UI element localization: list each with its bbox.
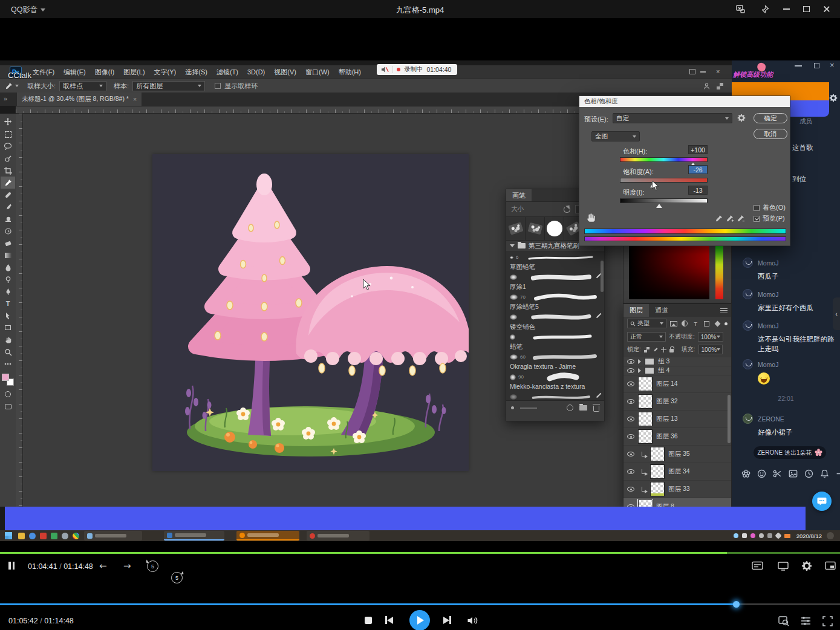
delete-brush-icon[interactable] [593, 406, 599, 412]
ps-close-icon[interactable]: × [716, 68, 720, 75]
bell-icon[interactable] [820, 469, 829, 478]
menu-3d[interactable]: 3D(D) [247, 68, 265, 76]
seek-forward-arrow-button[interactable]: → [123, 560, 131, 571]
progress-bar-knob[interactable] [733, 601, 740, 608]
tool-lasso[interactable] [1, 140, 15, 152]
forward-5s-button[interactable]: 5 [171, 572, 183, 583]
sample-dropdown[interactable]: 所有图层 [132, 81, 205, 91]
brush-reset-icon[interactable] [564, 206, 570, 213]
volume-button[interactable] [467, 615, 479, 626]
lock-position-icon[interactable] [661, 347, 666, 352]
tool-hand[interactable] [1, 334, 15, 346]
menu-help[interactable]: 帮助(H) [339, 68, 361, 77]
taskbar-cctalk-button[interactable] [236, 531, 299, 541]
workspace-icon[interactable] [717, 83, 723, 89]
tool-gradient[interactable] [1, 249, 15, 261]
panel-collapse-icon[interactable]: » [4, 95, 7, 102]
eye-icon[interactable] [627, 382, 634, 386]
layer-row-clipped[interactable]: 图层 34 [623, 463, 731, 481]
stop-button[interactable] [365, 617, 372, 624]
toolbox-ellipsis-icon[interactable] [1, 358, 15, 370]
seek-back-arrow-button[interactable]: ← [99, 560, 107, 571]
screen-mode-button[interactable] [778, 561, 789, 571]
color-swatches[interactable] [2, 374, 14, 386]
colorize-checkbox[interactable] [754, 205, 760, 211]
preview-checkbox[interactable] [754, 216, 760, 222]
preview-option[interactable]: 预览(P) [754, 214, 785, 223]
ok-button[interactable]: 确定 [754, 113, 787, 123]
share-icon[interactable] [703, 82, 711, 90]
pin-button[interactable] [759, 4, 770, 15]
sample-size-dropdown[interactable]: 取样点 [59, 81, 106, 91]
scissors-icon[interactable] [773, 469, 782, 478]
dialog-title[interactable]: 色相/饱和度 [579, 96, 790, 107]
create-brush-icon[interactable] [567, 404, 573, 411]
notification-icon[interactable] [827, 532, 834, 539]
layer-row-clipped[interactable]: 图层 35 [623, 446, 731, 463]
cctalk-gear-icon[interactable] [829, 94, 838, 102]
cctalk-maximize-icon[interactable] [814, 63, 819, 68]
cctalk-close-icon[interactable]: × [830, 60, 835, 70]
taskbar-window-button[interactable] [164, 531, 224, 541]
brush-slider[interactable] [520, 408, 537, 409]
taskbar-window-button[interactable] [307, 531, 370, 541]
lightness-slider-thumb[interactable] [656, 204, 662, 208]
menu-window[interactable]: 窗口(W) [305, 68, 330, 77]
color-hue-strip[interactable] [715, 246, 723, 299]
eyedropper-icon[interactable] [715, 215, 723, 222]
opacity-dropdown[interactable]: 100% [698, 332, 723, 342]
tool-clone-stamp[interactable] [1, 213, 15, 225]
new-group-icon[interactable] [579, 405, 587, 411]
tool-marquee[interactable] [1, 128, 15, 140]
eyedropper-tool-icon[interactable] [5, 82, 13, 90]
foreground-color-swatch[interactable] [2, 374, 9, 381]
layer-filter-dropdown[interactable]: 类型 [627, 319, 666, 328]
menu-type[interactable]: 文字(Y) [154, 68, 177, 77]
taskbar-app-icon[interactable] [40, 533, 47, 539]
screenshot-search-button[interactable] [778, 615, 789, 626]
hue-value[interactable]: +100 [688, 145, 708, 154]
lock-paint-icon[interactable] [653, 347, 658, 352]
eye-icon[interactable] [627, 368, 634, 373]
eye-icon[interactable] [627, 469, 634, 474]
minimize-button[interactable] [781, 4, 792, 15]
taskbar-app-icon[interactable] [62, 533, 68, 539]
hue-slider[interactable] [620, 157, 708, 162]
targeted-adjustment-icon[interactable] [585, 212, 596, 223]
eye-icon[interactable] [627, 417, 634, 421]
fill-dropdown[interactable]: 100% [698, 345, 723, 354]
taskbar-date[interactable]: 2020/8/12 [796, 533, 822, 539]
blend-mode-dropdown[interactable]: 正常 [627, 332, 666, 342]
brush-item[interactable]: 蜡笔 [506, 331, 604, 351]
layer-row-selected[interactable]: 图层 8 [623, 498, 731, 507]
video-frame[interactable]: Ps 文件(F) 编辑(E) 图像(I) 图层(L) 文字(Y) 选择(S) 滤… [0, 60, 840, 541]
range-dropdown[interactable]: 全图 [591, 131, 640, 141]
brush-tip-2[interactable] [526, 217, 545, 240]
screen-mode-icon[interactable] [1, 400, 15, 412]
filter-shape-icon[interactable] [703, 320, 711, 327]
mini-mode-button[interactable] [735, 4, 746, 15]
layer-row[interactable]: 图层 14 [623, 375, 731, 393]
tool-move[interactable] [1, 116, 15, 128]
tray-icon[interactable] [750, 533, 755, 538]
brush-item[interactable]: 90 Miekko-kanciasta z textura [506, 371, 604, 391]
rewind-5s-button[interactable]: 5 [147, 560, 158, 572]
secondary-progress-remaining[interactable] [727, 552, 840, 554]
avatar[interactable] [743, 320, 753, 331]
tool-dodge[interactable] [1, 273, 15, 285]
tool-path-select[interactable] [1, 310, 15, 322]
eye-icon[interactable] [627, 434, 634, 439]
avatar[interactable] [743, 289, 753, 299]
tool-eyedropper[interactable] [1, 177, 15, 189]
brush-panel-tab[interactable]: 画笔 [506, 189, 532, 201]
menu-select[interactable]: 选择(S) [185, 68, 207, 77]
tab-channels[interactable]: 通道 [649, 304, 674, 317]
lock-transparency-icon[interactable] [644, 347, 650, 352]
lock-all-icon[interactable] [669, 349, 674, 352]
mini-player-button[interactable] [825, 561, 836, 571]
previous-button[interactable] [385, 616, 393, 624]
taskbar-app-icon[interactable] [29, 533, 36, 539]
panel-menu-icon[interactable] [720, 308, 728, 313]
playlist-button[interactable] [801, 616, 811, 626]
image-icon[interactable] [789, 469, 798, 478]
